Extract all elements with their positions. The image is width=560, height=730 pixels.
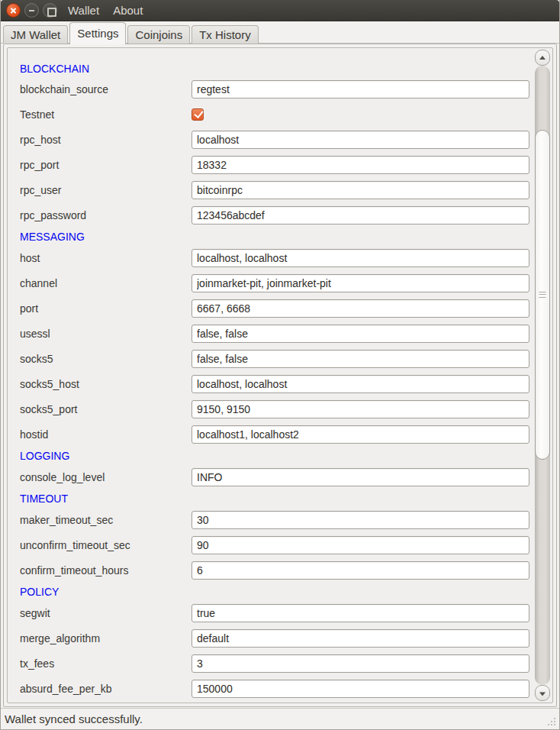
maximize-icon[interactable] xyxy=(43,3,57,18)
field-label: channel xyxy=(20,277,191,289)
field-row-testnet: Testnet xyxy=(20,102,529,127)
field-input-confirm_timeout_hours[interactable] xyxy=(191,561,529,580)
resize-grip-icon[interactable] xyxy=(546,715,556,726)
wallet-window: { "window": { "titlebar": { "window_cont… xyxy=(0,0,560,730)
close-icon[interactable] xyxy=(6,3,21,18)
section-header-blockchain: BLOCKCHAIN xyxy=(20,48,529,76)
field-input-usessl[interactable] xyxy=(191,325,529,343)
field-input-merge_algorithm[interactable] xyxy=(191,629,529,648)
scroll-up-icon[interactable] xyxy=(535,50,550,66)
minimize-icon[interactable] xyxy=(24,3,39,18)
field-row-port: port xyxy=(20,296,529,321)
field-input-segwit[interactable] xyxy=(191,604,529,622)
field-input-socks5_port[interactable] xyxy=(191,400,529,418)
field-input-console_log_level[interactable] xyxy=(191,468,529,486)
section-header-logging: LOGGING xyxy=(20,447,529,464)
field-row-confirm_timeout_hours: confirm_timeout_hours xyxy=(20,557,529,583)
field-row-socks5_port: socks5_port xyxy=(20,396,529,422)
field-input-unconfirm_timeout_sec[interactable] xyxy=(191,536,529,554)
field-row-usessl: usessl xyxy=(20,321,529,346)
field-label: blockchain_source xyxy=(20,83,191,95)
field-label: usessl xyxy=(20,328,191,340)
tab-settings[interactable]: Settings xyxy=(69,22,126,44)
field-row-socks5: socks5 xyxy=(20,346,529,371)
settings-pane: BLOCKCHAINblockchain_sourceTestnetrpc_ho… xyxy=(3,44,557,707)
field-label: hostid xyxy=(20,428,191,441)
field-row-rpc_host: rpc_host xyxy=(20,127,529,152)
titlebar: Wallet About xyxy=(1,0,559,21)
field-label: rpc_port xyxy=(20,159,191,171)
field-label: port xyxy=(20,302,191,315)
section-header-messaging: MESSAGING xyxy=(20,228,529,245)
field-label: rpc_password xyxy=(20,209,191,221)
field-input-hostid[interactable] xyxy=(191,425,529,444)
settings-form: BLOCKCHAINblockchain_sourceTestnetrpc_ho… xyxy=(8,48,529,703)
menu-wallet[interactable]: Wallet xyxy=(61,0,106,21)
field-label: confirm_timeout_hours xyxy=(20,564,191,577)
field-row-segwit: segwit xyxy=(20,600,529,625)
testnet-checkbox[interactable] xyxy=(191,108,204,121)
field-label: socks5 xyxy=(20,353,191,365)
field-label: rpc_user xyxy=(20,184,191,196)
field-input-rpc_password[interactable] xyxy=(191,206,529,224)
field-input-socks5_host[interactable] xyxy=(191,375,529,393)
status-bar: Wallet synced successfully. xyxy=(1,708,559,729)
scroll-down-icon[interactable] xyxy=(535,685,550,701)
field-row-absurd_fee_per_kb: absurd_fee_per_kb xyxy=(20,676,529,701)
tab-jm-wallet[interactable]: JM Wallet xyxy=(3,25,68,44)
field-row-clipped xyxy=(20,701,529,703)
field-row-tx_fees: tx_fees xyxy=(20,651,529,676)
field-label: segwit xyxy=(20,607,191,619)
field-row-unconfirm_timeout_sec: unconfirm_timeout_sec xyxy=(20,532,529,557)
field-label: unconfirm_timeout_sec xyxy=(20,539,191,551)
field-row-channel: channel xyxy=(20,270,529,296)
field-input-rpc_user[interactable] xyxy=(191,181,529,199)
field-row-hostid: hostid xyxy=(20,422,529,447)
scrollbar-track[interactable] xyxy=(535,66,550,685)
field-input-tx_fees[interactable] xyxy=(191,654,529,673)
field-input-rpc_host[interactable] xyxy=(191,131,529,149)
field-label: absurd_fee_per_kb xyxy=(20,683,191,695)
field-row-rpc_password: rpc_password xyxy=(20,202,529,228)
field-label: socks5_host xyxy=(20,378,191,390)
field-label: socks5_port xyxy=(20,403,191,415)
field-input-port[interactable] xyxy=(191,299,529,318)
field-row-socks5_host: socks5_host xyxy=(20,371,529,396)
field-label: maker_timeout_sec xyxy=(20,514,191,526)
settings-scroll-area: BLOCKCHAINblockchain_sourceTestnetrpc_ho… xyxy=(7,47,553,703)
field-label: tx_fees xyxy=(20,657,191,670)
section-header-policy: POLICY xyxy=(20,583,529,600)
vertical-scrollbar[interactable] xyxy=(534,50,551,701)
field-row-merge_algorithm: merge_algorithm xyxy=(20,625,529,651)
field-input-channel[interactable] xyxy=(191,274,529,292)
field-row-maker_timeout_sec: maker_timeout_sec xyxy=(20,507,529,532)
scrollbar-grip-icon xyxy=(539,292,546,298)
field-label: rpc_host xyxy=(20,134,191,146)
field-input-socks5[interactable] xyxy=(191,350,529,368)
status-message: Wallet synced successfully. xyxy=(5,712,143,725)
section-header-timeout: TIMEOUT xyxy=(20,489,529,507)
field-input-host[interactable] xyxy=(191,249,529,267)
tab-tx-history[interactable]: Tx History xyxy=(191,25,259,44)
field-row-host: host xyxy=(20,245,529,270)
field-row-rpc_user: rpc_user xyxy=(20,177,529,202)
field-input-blockchain_source[interactable] xyxy=(191,80,529,99)
tab-bar: JM Wallet Settings Coinjoins Tx History xyxy=(1,21,559,44)
scrollbar-thumb[interactable] xyxy=(535,130,550,460)
field-row-blockchain_source: blockchain_source xyxy=(20,76,529,102)
field-label: merge_algorithm xyxy=(20,632,191,644)
field-label: console_log_level xyxy=(20,471,191,483)
field-row-rpc_port: rpc_port xyxy=(20,152,529,177)
menu-about[interactable]: About xyxy=(106,0,150,21)
field-input-absurd_fee_per_kb[interactable] xyxy=(191,680,529,698)
field-input-maker_timeout_sec[interactable] xyxy=(191,511,529,529)
field-row-console_log_level: console_log_level xyxy=(20,464,529,489)
tab-coinjoins[interactable]: Coinjoins xyxy=(127,25,190,44)
field-label: host xyxy=(20,252,191,264)
field-label: Testnet xyxy=(20,108,191,121)
field-input-rpc_port[interactable] xyxy=(191,156,529,174)
